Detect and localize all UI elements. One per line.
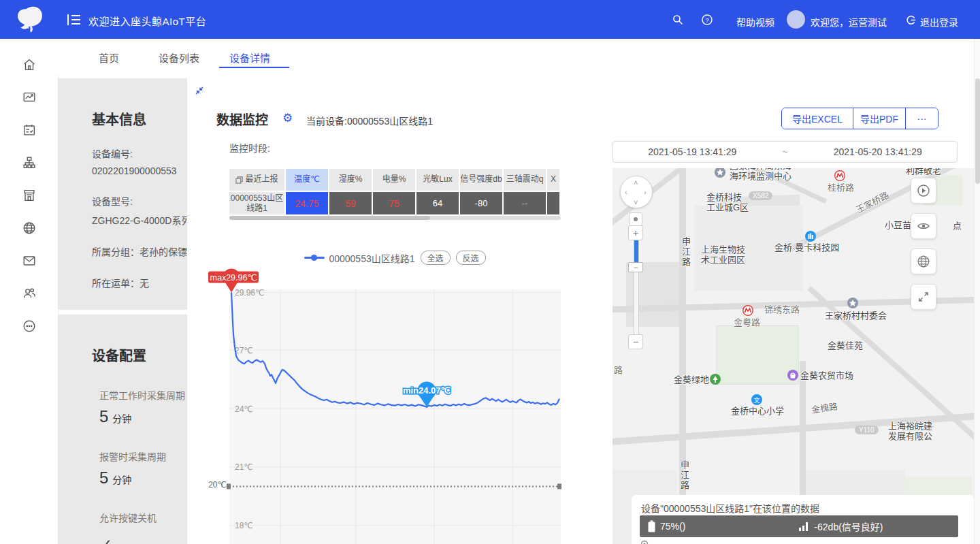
row-device-name[interactable]: 00000553山区线路1 (229, 191, 286, 214)
help-video-link[interactable]: 帮助视频 (736, 15, 774, 29)
column-header-光敏Lux[interactable]: 光敏Lux (416, 169, 460, 191)
map-label: 金桥科技 工业城G区 (706, 192, 749, 212)
sidebar-item-home[interactable] (0, 48, 58, 81)
sidebar-item-globe[interactable] (0, 212, 58, 244)
pan-down-icon[interactable]: ˅ (634, 199, 638, 206)
sidebar-item-mail[interactable] (0, 244, 58, 277)
device-location-map[interactable]: 国家海洋局东海 海环境监测中心金桥科技 工业城G区申江路上海生物技 术工业园区金… (612, 168, 974, 544)
collapse-panel-icon[interactable] (195, 86, 204, 98)
tab-设备详情[interactable]: 设备详情 (229, 50, 270, 65)
map-globe-button[interactable] (911, 249, 936, 274)
mail-icon (22, 253, 37, 268)
current-device-label: 当前设备:00000553山区线路1 (306, 114, 433, 127)
export-excel-button[interactable]: 导出EXCEL (782, 108, 853, 129)
sidebar-item-monitor-chart[interactable] (0, 81, 58, 114)
collapse-menu-icon[interactable] (67, 13, 82, 29)
map-label: 金葵佳苑 (828, 340, 863, 351)
range-end-value[interactable]: 2021-05-20 13:41:29 (799, 146, 958, 157)
export-pdf-button[interactable]: 导出PDF (853, 108, 906, 129)
signal-value: -62db(信号良好) (814, 519, 883, 533)
info-field: 所在运单：无 (92, 276, 187, 289)
sidebar-item-calendar-check[interactable] (0, 114, 58, 146)
chat-icon (22, 319, 37, 334)
gear-icon[interactable]: ⚙ (282, 112, 293, 124)
road-badge: Y110 (855, 426, 879, 434)
map-zoom-in-button[interactable]: + (628, 225, 643, 240)
map-label: 路 (614, 365, 623, 375)
sidebar-item-org-chart[interactable] (0, 146, 58, 179)
star-poi-icon (847, 298, 858, 308)
column-header-温度℃[interactable]: 温度℃ (286, 169, 329, 191)
column-header-最近上报[interactable]: 最近上报 (229, 169, 286, 191)
allow-shutdown-check: ✓ (101, 536, 112, 544)
user-greeting[interactable]: 欢迎您，运营测试 (811, 15, 887, 29)
search-icon[interactable] (672, 14, 683, 28)
map-panorama-button[interactable] (911, 178, 936, 204)
sidebar-item-storefront[interactable] (0, 179, 58, 212)
map-eye-button[interactable] (911, 213, 936, 239)
tab-设备列表[interactable]: 设备列表 (159, 50, 199, 65)
column-header-X[interactable]: X (547, 169, 561, 191)
pan-up-icon[interactable]: ˄ (634, 179, 638, 187)
sidebar-item-chat[interactable] (0, 310, 58, 342)
legend-line-icon (304, 257, 325, 259)
info-field: 设备编号:0202201900000553 (92, 146, 187, 176)
row-value-湿度%: 59 (329, 191, 373, 214)
map-label: 金葵农贸市场 (800, 370, 853, 381)
select-all-button[interactable]: 全选 (421, 251, 451, 265)
column-header-电量%[interactable]: 电量% (373, 169, 416, 191)
basic-info-title: 基本信息 (92, 109, 187, 129)
svg-text:?: ? (705, 17, 708, 24)
tab-首页[interactable]: 首页 (99, 50, 119, 65)
map-label: 王家桥村村委会 (825, 310, 887, 321)
platform-title: 欢迎进入座头鲸AIoT平台 (88, 14, 206, 28)
app-root: 欢迎进入座头鲸AIoT平台 ? 帮助视频 欢迎您，运营测试 退出登录 首页设备列… (0, 0, 980, 544)
monitor-chart-icon (22, 90, 37, 105)
more-actions-button[interactable]: ··· (906, 108, 938, 129)
basic-info-panel: 基本信息 设备编号:0202201900000553设备型号:ZGHG22-G-… (58, 78, 187, 310)
map-label: 上海裕皖建 发展有限公 (888, 421, 932, 441)
svg-text:29.96℃: 29.96℃ (235, 288, 265, 298)
map-zoom-handle[interactable]: − (628, 262, 643, 272)
active-tab-underline (219, 67, 289, 68)
help-icon[interactable]: ? (702, 14, 713, 28)
svg-text:24℃: 24℃ (235, 404, 253, 414)
config-item: 正常工作时采集周期5分钟 (99, 388, 187, 426)
row-value-三轴震动q: -- (504, 191, 547, 214)
table-horizontal-scrollbar[interactable] (229, 216, 561, 220)
logout-button[interactable]: 退出登录 (920, 15, 958, 29)
invert-select-button[interactable]: 反选 (456, 251, 486, 265)
legend-series-item[interactable]: 00000553山区线路1 (304, 251, 414, 265)
star-poi-icon (715, 168, 725, 178)
range-start-value[interactable]: 2021-05-19 13:41:29 (613, 146, 772, 157)
signal-icon (798, 521, 809, 532)
map-pan-control[interactable]: ˄ ˅ ‹ › (620, 176, 653, 208)
pan-right-icon[interactable]: › (644, 189, 647, 196)
map-label: 国家海洋局东海 海环境监测中心 (730, 168, 791, 181)
date-range-picker[interactable]: 2021-05-19 13:41:29 ~ 2021-05-20 13:41:2… (612, 141, 958, 163)
user-avatar[interactable] (787, 10, 805, 29)
map-zoom-out-button[interactable]: − (628, 334, 643, 349)
chart-legend: 00000553山区线路1 全选 反选 (229, 251, 561, 265)
location-pin-icon (640, 540, 649, 544)
map-park (716, 325, 799, 385)
map-label: 金桥·曼卡科技园 (774, 242, 839, 253)
map-label: 桂桥路 (828, 182, 854, 193)
globe-icon (22, 221, 37, 236)
column-header-三轴震动q[interactable]: 三轴震动q (504, 169, 547, 191)
config-item: 允许按键关机 (99, 511, 187, 524)
metro-poi-icon (834, 170, 845, 181)
page-vertical-scrollbar[interactable] (974, 39, 980, 544)
map-label: 申江路 (681, 237, 691, 268)
map-locate-button[interactable] (629, 212, 642, 226)
logout-icon[interactable] (906, 15, 916, 28)
map-fullscreen-button[interactable] (911, 284, 936, 310)
pan-left-icon[interactable]: ‹ (625, 189, 627, 196)
row-value-信号强度db: -80 (460, 191, 504, 214)
left-icon-rail (0, 39, 59, 544)
column-header-信号强度db[interactable]: 信号强度db (460, 169, 504, 191)
sidebar-item-users[interactable] (0, 277, 58, 310)
battery-value: 75%() (660, 521, 685, 532)
road-badge: X582 (749, 191, 772, 200)
column-header-湿度%[interactable]: 湿度% (329, 169, 373, 191)
